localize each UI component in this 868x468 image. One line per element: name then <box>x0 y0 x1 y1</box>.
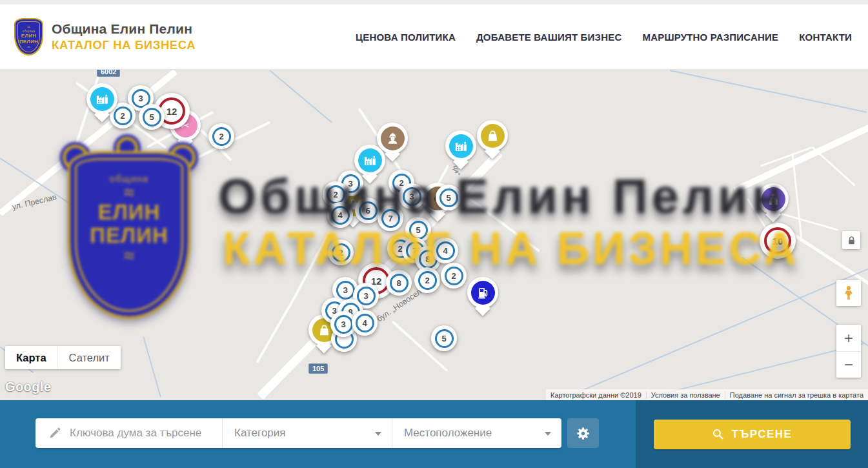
category-select[interactable]: Категория <box>222 418 392 448</box>
road-number-label: 6002 <box>97 70 120 77</box>
nav-contacts[interactable]: КОНТАКТИ <box>799 32 852 43</box>
nav-pricing-policy[interactable]: ЦЕНОВА ПОЛИТИКА <box>356 32 456 43</box>
keyword-field <box>35 418 222 448</box>
map-pin-factory[interactable] <box>445 130 476 170</box>
map-water-line <box>670 70 867 113</box>
map-water-line <box>269 70 332 123</box>
pencil-icon <box>48 427 61 440</box>
site-subtitle: КАТАЛОГ НА БИЗНЕСА <box>52 38 196 52</box>
crest-ornament: ≈ <box>124 247 134 264</box>
site-header: община ЕЛИН ПЕЛИН Община Елин Пелин КАТА… <box>0 5 868 70</box>
zoom-in-button[interactable]: + <box>836 325 861 351</box>
map-water-line <box>567 267 868 398</box>
terms-of-use-link[interactable]: Условия за ползване <box>646 391 725 399</box>
page: община ЕЛИН ПЕЛИН Община Елин Пелин КАТА… <box>0 0 868 468</box>
map-road <box>256 295 296 363</box>
cluster-marker[interactable]: 10 <box>760 223 796 259</box>
nav-add-your-business[interactable]: ДОБАВЕТЕ ВАШИЯТ БИЗНЕС <box>476 32 621 43</box>
map-canvas[interactable]: 6002 105 ул. Преслав бул. „Новосел ци“ ✂… <box>0 70 868 400</box>
map-pin-factory[interactable] <box>86 83 117 123</box>
search-input-group: Категория Местоположение <box>35 418 561 448</box>
keyword-search-input[interactable] <box>70 427 222 440</box>
category-select-label: Категория <box>234 427 285 440</box>
cluster-marker[interactable]: 5 <box>431 325 457 351</box>
street-view-pegman-button[interactable] <box>836 280 861 306</box>
crest-ornament: ≈ <box>124 184 134 201</box>
map-road <box>733 122 868 193</box>
map-pin-shopping[interactable] <box>477 120 508 160</box>
cluster-marker[interactable]: 5 <box>139 104 165 130</box>
municipality-crest-logo: община ЕЛИН ПЕЛИН <box>14 18 43 56</box>
cluster-marker[interactable]: 7 <box>378 205 403 231</box>
map-road <box>469 198 540 252</box>
attribution-data-text: Картографски данни ©2019 <box>546 391 646 399</box>
gear-icon <box>575 425 591 442</box>
factory-icon <box>449 134 473 158</box>
map-road <box>792 153 803 238</box>
advanced-settings-button[interactable] <box>567 418 599 448</box>
crest-name-line1: ЕЛИН <box>21 33 36 39</box>
chevron-down-icon <box>545 432 551 439</box>
map-type-satellite-button[interactable]: Сателит <box>57 346 121 369</box>
watermark-crest: община ≈ ЕЛИН ПЕЛИН ≈ <box>61 139 197 319</box>
padlock-icon <box>846 235 857 246</box>
cluster-marker[interactable]: 2 <box>441 263 467 289</box>
google-logo[interactable]: Google <box>5 380 51 394</box>
map-road <box>294 232 330 297</box>
fuel-pump-icon <box>471 281 495 305</box>
map-pin-church[interactable] <box>758 183 789 223</box>
cluster-marker[interactable]: 4 <box>352 310 378 336</box>
site-title: Община Елин Пелин <box>52 21 196 37</box>
pegman-icon <box>840 284 857 302</box>
map-type-control: Карта Сателит <box>5 346 121 369</box>
cluster-marker[interactable]: 5 <box>436 185 461 210</box>
cluster-marker[interactable]: 4 <box>432 238 458 263</box>
search-icon <box>712 428 724 440</box>
top-strip <box>0 0 868 5</box>
search-button-label: ТЪРСЕНЕ <box>732 428 792 441</box>
road-number-label: 105 <box>308 363 328 374</box>
cluster-marker[interactable]: 6 <box>355 198 381 223</box>
map-attribution: Картографски данни ©2019 Условия за полз… <box>546 389 868 400</box>
map-type-map-button[interactable]: Карта <box>5 346 57 369</box>
location-select-label: Местоположение <box>404 427 492 440</box>
factory-icon <box>358 148 382 172</box>
map-water-line <box>143 336 161 398</box>
watermark-crest-top: община <box>110 173 148 184</box>
factory-icon <box>90 87 114 111</box>
nav-route-schedule[interactable]: МАРШРУТНО РАЗПИСАНИЕ <box>642 32 778 43</box>
watermark-crest-line2: ПЕЛИН <box>90 224 168 247</box>
cluster-marker[interactable]: 2 <box>208 123 234 149</box>
zoom-control: + − <box>836 325 861 378</box>
crest-name-line2: ПЕЛИН <box>19 39 38 45</box>
watermark-title: Община Елин Пелин <box>218 172 785 221</box>
zoom-out-button[interactable]: − <box>836 351 861 378</box>
search-button[interactable]: ТЪРСЕНЕ <box>654 420 851 449</box>
main-nav: ЦЕНОВА ПОЛИТИКА ДОБАВЕТЕ ВАШИЯТ БИЗНЕС М… <box>356 5 852 69</box>
map-pin-fuel-station[interactable] <box>467 277 498 317</box>
cluster-marker[interactable]: 3 <box>399 183 425 209</box>
church-icon <box>762 187 785 211</box>
site-logo[interactable]: община ЕЛИН ПЕЛИН Община Елин Пелин КАТА… <box>14 18 196 56</box>
cluster-marker[interactable]: 2 <box>414 267 440 293</box>
report-map-error-link[interactable]: Подаване на сигнал за грешка в картата <box>725 391 868 399</box>
cluster-marker[interactable]: 8 <box>386 270 412 296</box>
search-bar: Категория Местоположение ТЪРСЕНЕ <box>0 400 868 468</box>
lock-control-button[interactable] <box>842 231 860 249</box>
cluster-marker[interactable]: 2 <box>328 239 354 265</box>
location-select[interactable]: Местоположение <box>392 418 561 448</box>
chevron-down-icon <box>375 432 381 439</box>
watermark-crest-line1: ЕЛИН <box>98 201 161 224</box>
shopping-bag-icon <box>481 124 505 148</box>
cluster-marker[interactable]: 4 <box>327 202 353 228</box>
map-pin-factory[interactable] <box>354 145 385 185</box>
map-road <box>811 146 856 186</box>
